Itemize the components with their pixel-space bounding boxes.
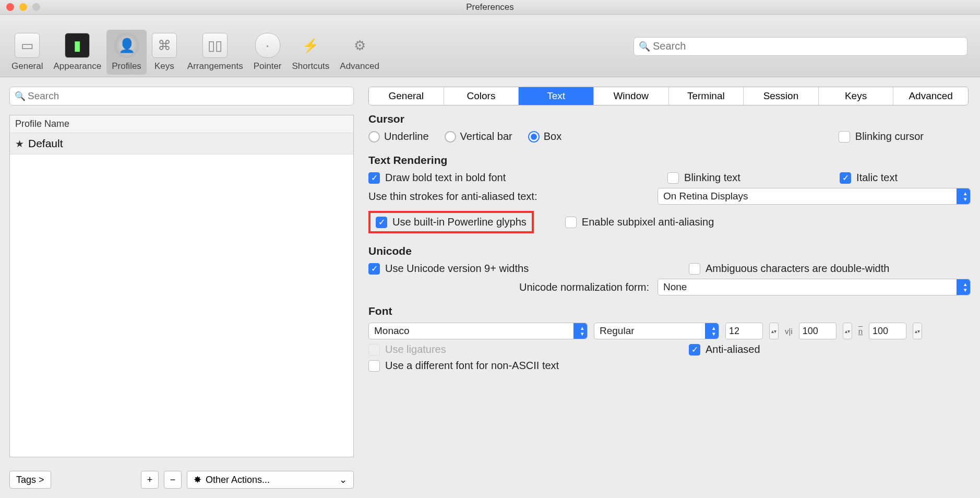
font-family-select[interactable]: Monaco▴▾ (368, 323, 588, 339)
blinking-text-checkbox[interactable]: Blinking text (667, 172, 824, 184)
subtab-session[interactable]: Session (744, 87, 819, 105)
thin-strokes-select[interactable]: On Retina Displays▴▾ (658, 188, 971, 205)
hspace-field[interactable]: 100 (799, 323, 836, 339)
profile-sidebar: 🔍 Profile Name ★ Default Tags > + − ✸ Ot… (9, 87, 354, 489)
add-profile-button[interactable]: + (141, 471, 159, 489)
profiles-icon: 👤 (114, 33, 139, 58)
other-actions-dropdown[interactable]: ✸ Other Actions... ⌄ (187, 471, 354, 489)
toolbar-general[interactable]: ▭General (6, 30, 48, 75)
search-icon: 🔍 (15, 91, 26, 102)
profile-search-input[interactable] (9, 87, 354, 105)
profile-list: Profile Name ★ Default (9, 115, 354, 457)
subtab-terminal[interactable]: Terminal (669, 87, 744, 105)
general-icon: ▭ (15, 33, 40, 58)
unicode-norm-label: Unicode normalization form: (519, 281, 649, 293)
unicode-section-title: Unicode (368, 245, 971, 257)
unicode-norm-select[interactable]: None▴▾ (658, 279, 971, 295)
font-weight-select[interactable]: Regular▴▾ (594, 323, 719, 339)
toolbar-keys[interactable]: ⌘Keys (147, 30, 182, 75)
profile-list-header: Profile Name (10, 115, 353, 133)
appearance-icon: ▮ (65, 33, 90, 58)
toolbar-profiles[interactable]: 👤Profiles (106, 30, 147, 75)
vspace-stepper[interactable]: ▴▾ (913, 323, 922, 339)
subtab-advanced[interactable]: Advanced (893, 87, 968, 105)
blinking-cursor-checkbox[interactable]: Blinking cursor (839, 131, 924, 143)
ambiguous-width-checkbox[interactable]: Ambiguous characters are double-width (689, 263, 971, 275)
hspace-icon: v|i (785, 327, 793, 336)
powerline-glyphs-checkbox[interactable]: Use built-in Powerline glyphs (376, 216, 527, 228)
nonascii-font-checkbox[interactable]: Use a different font for non-ASCII text (368, 360, 559, 372)
ligatures-checkbox: Use ligatures (368, 343, 446, 355)
unicode-v9-checkbox[interactable]: Use Unicode version 9+ widths (368, 263, 529, 275)
remove-profile-button[interactable]: − (164, 471, 182, 489)
powerline-highlight: Use built-in Powerline glyphs (368, 211, 534, 233)
toolbar-arrangements[interactable]: ▯▯Arrangements (182, 30, 248, 75)
cursor-underline-radio[interactable]: Underline (368, 131, 429, 143)
profile-subtabs: General Colors Text Window Terminal Sess… (368, 87, 969, 105)
thin-strokes-label: Use thin strokes for anti-aliased text: (368, 191, 537, 203)
cursor-section-title: Cursor (368, 113, 971, 125)
toolbar-advanced[interactable]: ⚙Advanced (334, 30, 385, 75)
subpixel-aa-checkbox[interactable]: Enable subpixel anti-aliasing (565, 216, 714, 228)
subtab-window[interactable]: Window (594, 87, 669, 105)
chevron-down-icon: ⌄ (339, 474, 347, 485)
subtab-colors[interactable]: Colors (444, 87, 519, 105)
font-section-title: Font (368, 305, 971, 317)
toolbar-appearance[interactable]: ▮Appearance (48, 30, 106, 75)
cursor-box-radio[interactable]: Box (528, 131, 561, 143)
draw-bold-checkbox[interactable]: Draw bold text in bold font (368, 172, 506, 184)
profile-item-label: Default (28, 137, 63, 150)
toolbar-search-input[interactable] (634, 37, 967, 56)
cursor-vertical-radio[interactable]: Vertical bar (445, 131, 512, 143)
subtab-text[interactable]: Text (519, 87, 594, 105)
font-size-field[interactable]: 12 (725, 323, 763, 339)
toolbar-pointer[interactable]: ·Pointer (248, 30, 287, 75)
shortcuts-icon: ⚡ (298, 33, 323, 58)
subtab-general[interactable]: General (369, 87, 444, 105)
profile-item-default[interactable]: ★ Default (10, 133, 353, 155)
arrangements-icon: ▯▯ (202, 33, 228, 58)
star-icon: ★ (15, 138, 24, 150)
gear-icon: ✸ (194, 474, 201, 485)
hspace-stepper[interactable]: ▴▾ (843, 323, 852, 339)
keys-icon: ⌘ (152, 33, 177, 58)
preferences-toolbar: ▭General ▮Appearance 👤Profiles ⌘Keys ▯▯A… (0, 15, 980, 77)
tags-button[interactable]: Tags > (9, 471, 51, 489)
titlebar: Preferences (0, 0, 980, 15)
advanced-icon: ⚙ (347, 33, 372, 58)
font-size-stepper[interactable]: ▴▾ (769, 323, 779, 339)
vspace-field[interactable]: 100 (869, 323, 906, 339)
text-rendering-section-title: Text Rendering (368, 154, 971, 167)
profile-settings-panel: General Colors Text Window Terminal Sess… (366, 87, 971, 489)
search-icon: 🔍 (639, 41, 650, 52)
subtab-keys[interactable]: Keys (819, 87, 894, 105)
pointer-icon: · (255, 33, 280, 58)
italic-text-checkbox[interactable]: Italic text (840, 172, 898, 184)
window-title: Preferences (0, 2, 980, 13)
antialiased-checkbox[interactable]: Anti-aliased (689, 343, 971, 355)
vspace-icon: n (858, 327, 863, 336)
toolbar-shortcuts[interactable]: ⚡Shortcuts (287, 30, 335, 75)
